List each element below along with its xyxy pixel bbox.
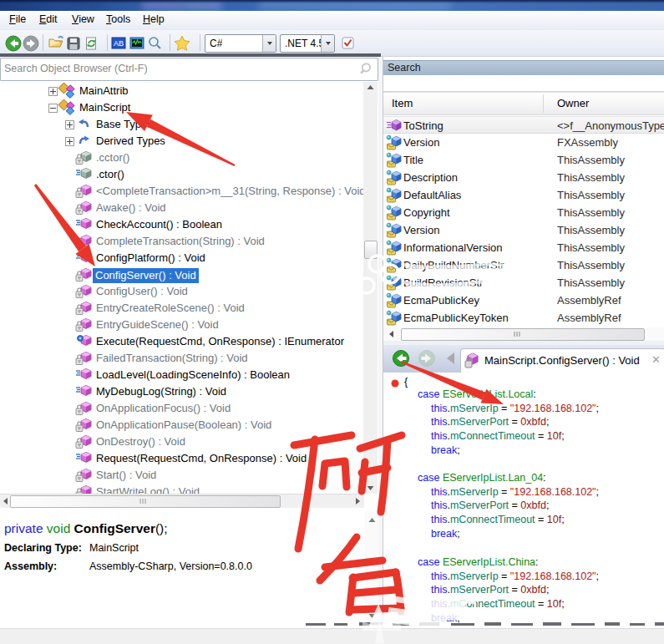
svg-text:AB: AB: [114, 39, 124, 48]
